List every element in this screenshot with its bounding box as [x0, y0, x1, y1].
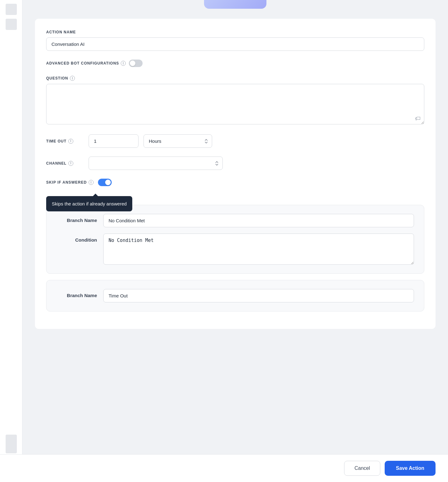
question-info-icon[interactable]: i [70, 76, 75, 81]
advanced-bot-slider [129, 60, 143, 67]
branch-section-1-wrapper: Branch Name Condition No Condition Met [46, 205, 424, 274]
question-label: QUESTION i [46, 76, 424, 81]
branch-section-2: Branch Name [46, 280, 424, 311]
skip-if-answered-label: SKIP IF ANSWERED i [46, 180, 94, 185]
branch2-name-input[interactable] [103, 289, 414, 302]
skip-tooltip: Skips the action if already answered [46, 196, 132, 211]
branch1-condition-label: Condition [56, 234, 97, 243]
question-textarea-wrapper: 🏷 [46, 84, 424, 126]
sidebar-item-2 [6, 19, 17, 30]
branch1-condition-textarea[interactable]: No Condition Met [103, 234, 414, 265]
timeout-group: TIME OUT i Hours Minutes Days [46, 134, 424, 148]
bottom-action-bar: Cancel Save Action [0, 454, 448, 482]
question-textarea[interactable] [46, 84, 424, 124]
timeout-info-icon[interactable]: i [68, 139, 73, 144]
skip-if-answered-group: SKIP IF ANSWERED i Skips the action if a… [46, 179, 424, 186]
cancel-button[interactable]: Cancel [344, 461, 380, 476]
channel-group: CHANNEL i [46, 157, 424, 170]
timeout-unit-select[interactable]: Hours Minutes Days [144, 134, 212, 148]
channel-select[interactable] [89, 157, 223, 170]
branch1-name-input[interactable] [103, 214, 414, 227]
top-hint-bar [204, 0, 266, 9]
sidebar-item-1 [6, 4, 17, 15]
tag-icon: 🏷 [415, 115, 421, 122]
question-group: QUESTION i 🏷 [46, 76, 424, 126]
advanced-bot-group: ADVANCED BOT CONFIGURATIONS i [46, 60, 424, 67]
channel-label: CHANNEL i [46, 161, 84, 166]
branch1-name-row: Branch Name [56, 214, 414, 227]
timeout-label: TIME OUT i [46, 139, 84, 144]
action-name-group: ACTION NAME [46, 30, 424, 51]
main-content: ACTION NAME ADVANCED BOT CONFIGURATIONS … [22, 0, 448, 482]
advanced-bot-label: ADVANCED BOT CONFIGURATIONS i [46, 61, 126, 66]
save-action-button[interactable]: Save Action [385, 461, 436, 476]
sidebar-item-bottom [6, 435, 17, 453]
action-name-input[interactable] [46, 37, 424, 51]
branch2-name-label: Branch Name [56, 289, 97, 298]
sidebar [0, 0, 22, 482]
form-section: ACTION NAME ADVANCED BOT CONFIGURATIONS … [35, 19, 436, 329]
branch1-name-label: Branch Name [56, 214, 97, 223]
skip-if-answered-toggle[interactable] [98, 179, 112, 186]
advanced-bot-info-icon[interactable]: i [121, 61, 126, 66]
branch2-name-row: Branch Name [56, 289, 414, 302]
skip-info-icon[interactable]: i [89, 180, 94, 185]
branch-section-1: Branch Name Condition No Condition Met [46, 205, 424, 274]
branch1-condition-row: Condition No Condition Met [56, 234, 414, 265]
skip-if-answered-slider [98, 179, 112, 186]
action-name-label: ACTION NAME [46, 30, 424, 34]
branch-section-2-wrapper: Branch Name [46, 280, 424, 311]
timeout-number-input[interactable] [89, 134, 139, 148]
advanced-bot-toggle[interactable] [129, 60, 143, 67]
channel-info-icon[interactable]: i [68, 161, 73, 166]
